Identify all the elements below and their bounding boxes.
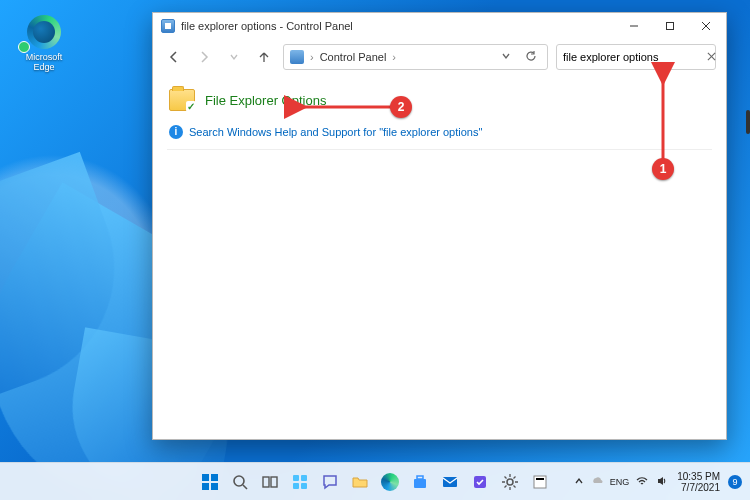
sync-ok-badge	[18, 41, 30, 53]
svg-rect-21	[417, 476, 423, 479]
clock[interactable]: 10:35 PM 7/7/2021	[677, 471, 720, 493]
search-button[interactable]	[228, 470, 252, 494]
time-label: 10:35 PM	[677, 471, 720, 482]
wifi-icon[interactable]	[635, 474, 649, 490]
back-button[interactable]	[163, 46, 185, 68]
clear-search-button[interactable]	[701, 51, 716, 63]
control-panel-icon	[161, 19, 175, 33]
tray-overflow[interactable]	[574, 476, 584, 488]
mail-button[interactable]	[438, 470, 462, 494]
svg-rect-10	[202, 483, 209, 490]
refresh-button[interactable]	[521, 50, 541, 64]
svg-rect-11	[211, 483, 218, 490]
recent-dropdown[interactable]	[223, 46, 245, 68]
svg-point-24	[507, 479, 513, 485]
svg-rect-20	[414, 479, 426, 488]
start-button[interactable]	[198, 470, 222, 494]
task-view-button[interactable]	[258, 470, 282, 494]
forward-button[interactable]	[193, 46, 215, 68]
edge-icon	[27, 15, 61, 49]
info-icon: i	[169, 125, 183, 139]
language-indicator[interactable]: ENG	[610, 477, 630, 487]
taskbar-center	[198, 470, 552, 494]
settings-button[interactable]	[498, 470, 522, 494]
svg-rect-19	[301, 483, 307, 489]
svg-rect-16	[293, 475, 299, 481]
notification-badge[interactable]: 9	[728, 475, 742, 489]
widgets-button[interactable]	[288, 470, 312, 494]
store-button[interactable]	[408, 470, 432, 494]
address-dropdown[interactable]	[497, 51, 515, 63]
svg-rect-15	[271, 477, 277, 487]
svg-rect-9	[211, 474, 218, 481]
svg-point-12	[234, 476, 244, 486]
taskbar-tray: ENG 10:35 PM 7/7/2021 9	[574, 471, 742, 493]
window-title: file explorer options - Control Panel	[181, 20, 353, 32]
address-bar[interactable]: › Control Panel ›	[283, 44, 548, 70]
running-app-button[interactable]	[528, 470, 552, 494]
chevron-right-icon[interactable]: ›	[392, 51, 396, 63]
svg-rect-25	[534, 476, 546, 488]
result-file-explorer-options[interactable]: File Explorer Options	[167, 83, 712, 117]
todo-button[interactable]	[468, 470, 492, 494]
control-panel-icon	[290, 50, 304, 64]
minimize-button[interactable]	[616, 13, 652, 39]
control-panel-window: file explorer options - Control Panel › …	[152, 12, 727, 440]
right-edge-mark	[746, 110, 750, 134]
svg-rect-1	[667, 23, 674, 30]
folder-options-icon	[169, 89, 195, 111]
svg-rect-22	[443, 477, 457, 487]
explorer-button[interactable]	[348, 470, 372, 494]
search-input[interactable]	[563, 51, 701, 63]
titlebar[interactable]: file explorer options - Control Panel	[153, 13, 726, 39]
up-button[interactable]	[253, 46, 275, 68]
desktop-icon-edge[interactable]: Microsoft Edge	[20, 15, 68, 72]
search-box[interactable]	[556, 44, 716, 70]
edge-button[interactable]	[378, 470, 402, 494]
chevron-right-icon[interactable]: ›	[310, 51, 314, 63]
svg-rect-8	[202, 474, 209, 481]
breadcrumb-root[interactable]: Control Panel	[320, 51, 387, 63]
results-area: File Explorer Options i Search Windows H…	[153, 75, 726, 439]
taskbar[interactable]: ENG 10:35 PM 7/7/2021 9	[0, 462, 750, 500]
close-button[interactable]	[688, 13, 724, 39]
svg-rect-26	[536, 478, 544, 480]
help-link[interactable]: Search Windows Help and Support for "fil…	[189, 126, 482, 138]
svg-rect-14	[263, 477, 269, 487]
help-search-row[interactable]: i Search Windows Help and Support for "f…	[167, 117, 712, 150]
desktop-icon-label: Microsoft Edge	[20, 52, 68, 72]
svg-line-13	[243, 485, 247, 489]
onedrive-icon[interactable]	[590, 474, 604, 490]
svg-rect-17	[301, 475, 307, 481]
date-label: 7/7/2021	[677, 482, 720, 493]
nav-toolbar: › Control Panel ›	[153, 39, 726, 75]
volume-icon[interactable]	[655, 474, 669, 490]
result-link[interactable]: File Explorer Options	[205, 93, 326, 108]
chat-button[interactable]	[318, 470, 342, 494]
svg-rect-18	[293, 483, 299, 489]
maximize-button[interactable]	[652, 13, 688, 39]
